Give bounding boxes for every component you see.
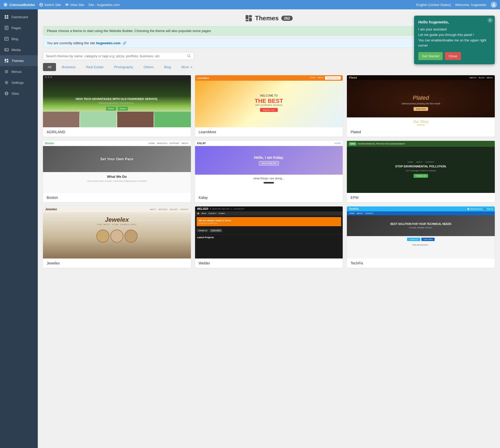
filter-more[interactable]: More bbox=[177, 63, 197, 71]
theme-preview-techfix: TechFix 🕐 Opening Hours 📞 Call Us HOME A… bbox=[347, 206, 495, 258]
brand-logo[interactable]: ColossalBuilder bbox=[3, 2, 35, 7]
topbar: ColossalBuilder Switch Site View Site Si… bbox=[0, 0, 500, 9]
filter-all[interactable]: All bbox=[43, 63, 56, 71]
svg-rect-15 bbox=[5, 37, 8, 40]
theme-preview-plated: Plated ABOUT BLOG MENU Plated Deliciousn… bbox=[347, 75, 495, 127]
svg-rect-31 bbox=[246, 15, 248, 19]
themes-count: 262 bbox=[281, 16, 292, 21]
settings-icon bbox=[4, 80, 9, 85]
svg-rect-7 bbox=[5, 15, 6, 17]
brand-name: ColossalBuilder bbox=[9, 3, 35, 7]
close-popup-button[interactable]: Close bbox=[445, 52, 461, 60]
theme-card-techfix[interactable]: TechFix 🕐 Opening Hours 📞 Call Us HOME A… bbox=[347, 206, 495, 268]
svg-rect-32 bbox=[249, 15, 252, 17]
theme-name-learnmore: LearnMore bbox=[195, 127, 343, 137]
site-url: Site : hugewebs.com bbox=[88, 3, 120, 7]
svg-point-1 bbox=[4, 3, 7, 6]
menus-icon bbox=[4, 69, 9, 74]
chevron-down-icon bbox=[190, 66, 193, 68]
sidebar-item-pages[interactable]: Pages bbox=[0, 22, 38, 33]
theme-preview-epm: EPM ENVIRONMENTAL PROTECTION MANAGEMENT … bbox=[347, 141, 495, 193]
sidebar-item-settings[interactable]: Settings bbox=[0, 77, 38, 88]
sidebar-item-media[interactable]: Media bbox=[0, 44, 38, 55]
sidebar-label-blog: Blog bbox=[11, 37, 18, 41]
filter-business[interactable]: Business bbox=[57, 63, 80, 71]
sidebar-label-pages: Pages bbox=[11, 26, 21, 30]
search-icon bbox=[187, 54, 191, 58]
assistant-title: Hello hugewebs, bbox=[418, 20, 491, 24]
filter-real-estate[interactable]: Real Estate bbox=[81, 63, 108, 71]
svg-rect-34 bbox=[246, 20, 248, 21]
sidebar-item-blog[interactable]: Blog bbox=[0, 33, 38, 44]
sidebar: Dashboard Pages Blog Media Themes bbox=[0, 9, 38, 448]
sidebar-item-sites[interactable]: Sites bbox=[0, 88, 38, 99]
user-avatar[interactable] bbox=[491, 2, 497, 8]
assistant-close-x[interactable]: ✕ bbox=[488, 18, 493, 23]
eye-icon bbox=[65, 3, 69, 7]
site-name: hugewebs.com bbox=[96, 41, 121, 45]
theme-card-learnmore[interactable]: LearnMore Home About Register Now WELCOM… bbox=[195, 75, 343, 137]
switch-site-label: Switch Site bbox=[44, 3, 61, 7]
theme-name-epm: EPM bbox=[347, 193, 495, 202]
link-icon: 🔗 bbox=[122, 41, 127, 45]
blog-icon bbox=[4, 36, 9, 41]
svg-line-36 bbox=[190, 56, 191, 58]
sidebar-label-menus: Menus bbox=[11, 70, 22, 74]
view-site-btn[interactable]: View Site bbox=[65, 3, 84, 7]
svg-rect-21 bbox=[7, 59, 8, 60]
switch-site-btn[interactable]: Switch Site bbox=[39, 3, 61, 7]
theme-card-epm[interactable]: EPM ENVIRONMENTAL PROTECTION MANAGEMENT … bbox=[347, 141, 495, 202]
themes-title: Themes bbox=[255, 15, 279, 22]
svg-rect-18 bbox=[5, 48, 8, 51]
theme-preview-learnmore: LearnMore Home About Register Now WELCOM… bbox=[195, 75, 343, 127]
svg-point-6 bbox=[493, 3, 495, 5]
themes-header-icon bbox=[245, 15, 252, 22]
view-site-label: View Site bbox=[70, 3, 84, 7]
media-icon bbox=[4, 47, 9, 52]
agriland-sub: Improving agriculture, Improving lives..… bbox=[99, 102, 135, 104]
sidebar-label-themes: Themes bbox=[11, 59, 24, 63]
svg-point-5 bbox=[66, 4, 67, 5]
theme-preview-welder: WELDER 📍 Street 764, New York 📞 +144 022… bbox=[195, 206, 343, 258]
theme-name-agriland: AGRILAND bbox=[43, 127, 191, 137]
assistant-body: I am your assistant Let me guide you thr… bbox=[418, 27, 491, 48]
sidebar-label-sites: Sites bbox=[11, 92, 19, 96]
sidebar-label-settings: Settings bbox=[11, 81, 24, 85]
svg-rect-22 bbox=[7, 61, 8, 62]
filter-others[interactable]: Others bbox=[139, 63, 158, 71]
sidebar-label-media: Media bbox=[11, 48, 21, 52]
plated-title: Plated bbox=[402, 94, 440, 101]
svg-rect-23 bbox=[5, 62, 6, 62]
theme-name-boston: Boston bbox=[43, 193, 191, 202]
theme-name-jewelex: Jewelex bbox=[43, 258, 191, 268]
main-content: Themes 262 Please choose a theme to star… bbox=[38, 9, 500, 448]
get-started-button[interactable]: Get Started bbox=[418, 52, 443, 60]
globe-icon bbox=[39, 3, 43, 7]
theme-card-welder[interactable]: WELDER 📍 Street 764, New York 📞 +144 022… bbox=[195, 206, 343, 268]
sidebar-item-themes[interactable]: Themes bbox=[0, 55, 38, 66]
filter-blog[interactable]: Blog bbox=[159, 63, 176, 71]
themes-icon bbox=[4, 58, 9, 63]
filter-photography[interactable]: Photography bbox=[109, 63, 138, 71]
language-selector[interactable]: English (United States) bbox=[416, 3, 451, 7]
search-box[interactable] bbox=[43, 52, 194, 60]
theme-name-kalay: Kalay bbox=[195, 193, 343, 202]
theme-preview-jewelex: Jewelex ABOUT SERVICES GALLERY CONTACT J… bbox=[43, 206, 191, 258]
theme-card-plated[interactable]: Plated ABOUT BLOG MENU Plated Deliciousn… bbox=[347, 75, 495, 137]
svg-point-35 bbox=[188, 54, 190, 57]
search-input[interactable] bbox=[46, 54, 185, 58]
welcome-user: Welcome, hugewebs bbox=[455, 3, 486, 7]
svg-rect-20 bbox=[5, 59, 6, 61]
theme-card-kalay[interactable]: KALAY HOME Hello, I am Kalay. WELCOME ME… bbox=[195, 141, 343, 202]
sidebar-item-menus[interactable]: Menus bbox=[0, 66, 38, 77]
theme-card-boston[interactable]: Boston HOME SERVICES SUPPORT ABOUT Set Y… bbox=[43, 141, 191, 202]
sidebar-item-dashboard[interactable]: Dashboard bbox=[0, 11, 38, 22]
agriland-title: HIGH TECH ADVANTAGES WITH OLD FASHIONED … bbox=[76, 97, 158, 101]
theme-card-jewelex[interactable]: Jewelex ABOUT SERVICES GALLERY CONTACT J… bbox=[43, 206, 191, 268]
user-icon bbox=[492, 3, 496, 7]
svg-point-27 bbox=[6, 82, 7, 83]
theme-card-agriland[interactable]: HIGH TECH ADVANTAGES WITH OLD FASHIONED … bbox=[43, 75, 191, 137]
svg-rect-10 bbox=[7, 17, 8, 19]
svg-rect-33 bbox=[249, 18, 252, 21]
sidebar-label-dashboard: Dashboard bbox=[11, 15, 28, 19]
